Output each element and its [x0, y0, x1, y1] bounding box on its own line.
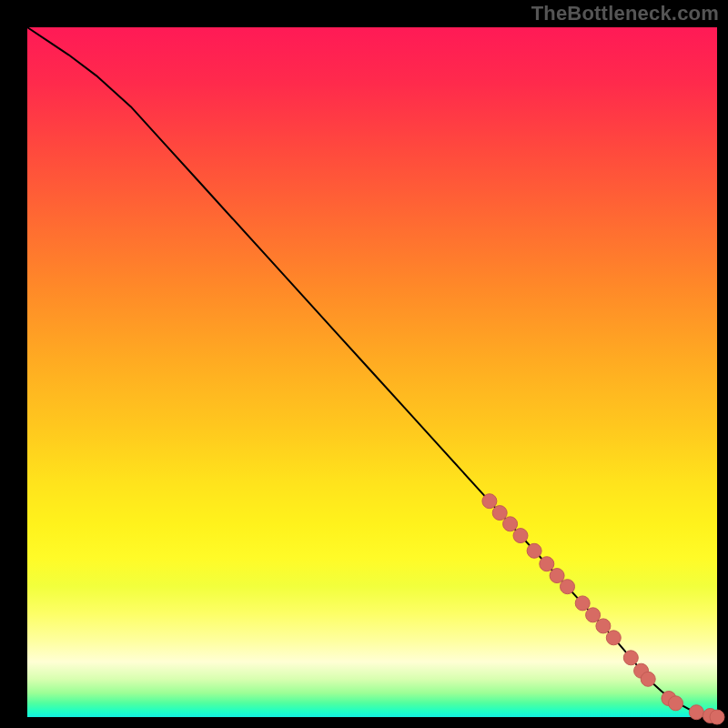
- curve-marker: [527, 543, 541, 558]
- watermark-text: TheBottleneck.com: [531, 2, 719, 25]
- curve-marker: [669, 696, 683, 711]
- curve-marker: [503, 517, 518, 531]
- curve-marker: [492, 506, 507, 521]
- plot-area: [27, 27, 717, 717]
- curve-line: [27, 27, 717, 717]
- chart-svg: [27, 27, 717, 717]
- chart-frame: TheBottleneck.com: [0, 0, 728, 728]
- curve-marker: [575, 596, 590, 611]
- curve-marker: [606, 631, 621, 645]
- curve-marker: [540, 557, 554, 571]
- curve-marker: [482, 494, 497, 509]
- curve-marker: [689, 705, 703, 720]
- curve-marker: [623, 651, 638, 665]
- curve-marker: [561, 580, 575, 594]
- curve-marker: [586, 608, 601, 622]
- curve-markers: [482, 494, 724, 724]
- curve-marker: [641, 672, 655, 686]
- curve-marker: [596, 619, 611, 633]
- curve-marker: [550, 569, 564, 583]
- curve-marker: [710, 710, 724, 724]
- curve-marker: [513, 529, 528, 543]
